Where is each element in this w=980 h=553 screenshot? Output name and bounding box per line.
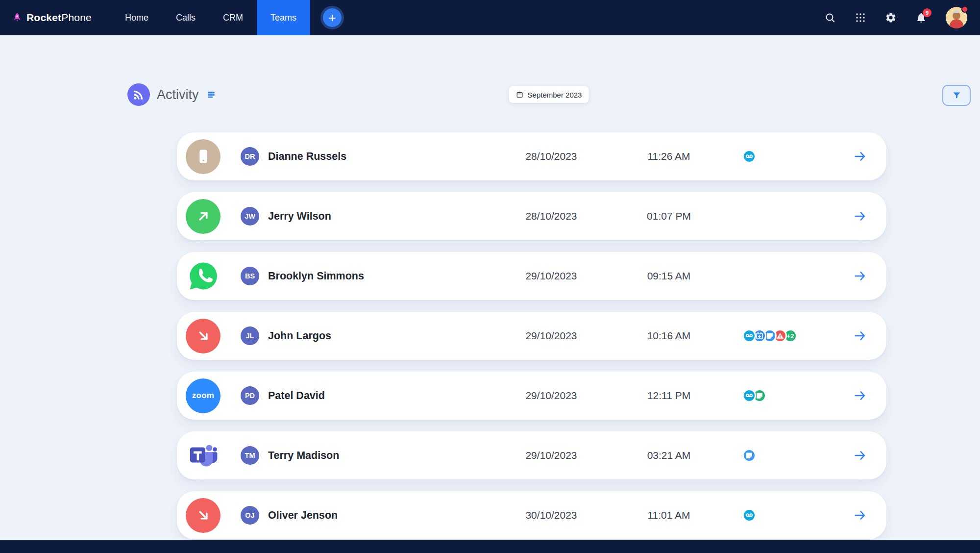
open-row-button[interactable] [845,329,875,343]
open-row-button[interactable] [845,209,875,223]
activity-date: 29/10/2023 [492,270,610,282]
navbar-actions: 9 [824,0,980,35]
contact-initials-badge: BS [241,267,259,285]
activity-date: 29/10/2023 [492,450,610,461]
brand-name: RocketPhone [26,12,92,24]
voicemail-icon [742,150,756,163]
contact-name: Jerry Wilson [268,210,492,223]
outgoing-call-icon [186,199,220,234]
activity-date: 29/10/2023 [492,330,610,342]
status-badges [728,150,845,163]
filter-button[interactable] [942,85,971,106]
activity-time: 09:15 AM [610,270,728,282]
arrow-right-icon [853,389,867,402]
bottom-bar [0,540,980,553]
activity-row[interactable]: BS Brooklyn Simmons 29/10/2023 09:15 AM [177,252,886,300]
ms-teams-icon [186,438,220,473]
arrow-right-icon [853,150,867,163]
activity-row[interactable]: DR Dianne Russels 28/10/2023 11:26 AM [177,132,886,180]
apps-grid-icon[interactable] [855,12,866,24]
contact-initials-badge: JW [241,207,259,226]
contact-initials-badge: PD [241,386,259,405]
nav-item-calls[interactable]: Calls [162,0,209,35]
notifications-bell-icon[interactable]: 9 [915,12,927,24]
activity-row[interactable]: TM Terry Madison 29/10/2023 03:21 AM [177,431,886,479]
funnel-icon [952,90,962,101]
activity-row[interactable]: zoom PD Patel David 29/10/2023 12:11 PM [177,372,886,420]
brand-name-bold: Rocket [26,12,61,23]
activity-time: 01:07 PM [610,210,728,222]
activity-time: 11:01 AM [610,509,728,521]
arrow-right-icon [853,329,867,343]
voicemail-icon [742,508,756,522]
contact-initials-badge: TM [241,446,259,465]
contact-name: Patel David [268,390,492,402]
activity-date: 28/10/2023 [492,151,610,162]
app-window: RocketPhone Home Calls CRM Teams + 9 [0,0,980,553]
notification-count-badge: 9 [923,8,931,17]
activity-row[interactable]: JW Jerry Wilson 28/10/2023 01:07 PM [177,192,886,240]
arrow-right-icon [853,449,867,462]
user-avatar[interactable] [946,7,967,28]
nav-item-teams[interactable]: Teams [257,0,310,35]
mobile-call-icon [186,139,220,174]
contact-initials-badge: JL [241,327,259,345]
activity-time: 12:11 PM [610,390,728,402]
arrow-right-icon [853,209,867,223]
contact-name: Dianne Russels [268,151,492,163]
activity-time: 03:21 AM [610,450,728,461]
brand[interactable]: RocketPhone [0,0,92,35]
arrow-right-icon [853,269,867,283]
search-icon[interactable] [824,12,836,24]
contact-initials-badge: DR [241,147,259,166]
activity-date: 29/10/2023 [492,390,610,402]
status-badges [728,449,845,462]
arrow-right-icon [853,508,867,522]
activity-row[interactable]: OJ Oliver Jenson 30/10/2023 11:01 AM [177,491,886,539]
add-button[interactable]: + [323,8,342,27]
open-row-button[interactable] [845,389,875,402]
status-badges [728,389,845,402]
page-header: Activity [127,83,216,106]
open-row-button[interactable] [845,269,875,283]
zoom-icon: zoom [186,378,220,413]
settings-gear-icon[interactable] [885,12,897,24]
activity-time: 10:16 AM [610,330,728,342]
page-title: Activity [157,87,199,102]
note-icon [742,449,756,462]
voicemail-icon [742,389,756,402]
status-badges: +2 [728,329,845,343]
calendar-icon [516,91,524,99]
status-badges [728,508,845,522]
contact-name: John Largos [268,330,492,342]
activity-date: 28/10/2023 [492,210,610,222]
nav-item-home[interactable]: Home [111,0,162,35]
missed-call-icon [186,498,220,533]
activity-row[interactable]: JL John Largos 29/10/2023 10:16 AM +2 [177,312,886,360]
open-row-button[interactable] [845,449,875,462]
zoom-logo-text: zoom [192,391,215,401]
whatsapp-icon [186,259,220,294]
activity-time: 11:26 AM [610,151,728,162]
nav-item-crm[interactable]: CRM [209,0,257,35]
activity-broadcast-icon [127,83,150,106]
top-navbar: RocketPhone Home Calls CRM Teams + 9 [0,0,980,35]
rocket-icon [12,12,23,23]
contact-name: Brooklyn Simmons [268,270,492,282]
activity-list: DR Dianne Russels 28/10/2023 11:26 AM JW… [177,132,886,539]
main-nav: Home Calls CRM Teams [111,0,310,35]
activity-date: 30/10/2023 [492,509,610,521]
date-filter-label: September 2023 [528,91,582,99]
open-row-button[interactable] [845,150,875,163]
missed-call-icon [186,319,220,353]
avatar-status-badge [961,6,968,13]
contact-name: Terry Madison [268,450,492,462]
brand-name-light: Phone [61,12,92,23]
contact-name: Oliver Jenson [268,509,492,522]
main-content: Activity September 2023 DR Dianne Russel… [0,35,980,553]
table-view-icon[interactable] [207,90,216,99]
voicemail-icon [742,329,756,343]
date-filter[interactable]: September 2023 [509,86,589,103]
open-row-button[interactable] [845,508,875,522]
contact-initials-badge: OJ [241,506,259,525]
